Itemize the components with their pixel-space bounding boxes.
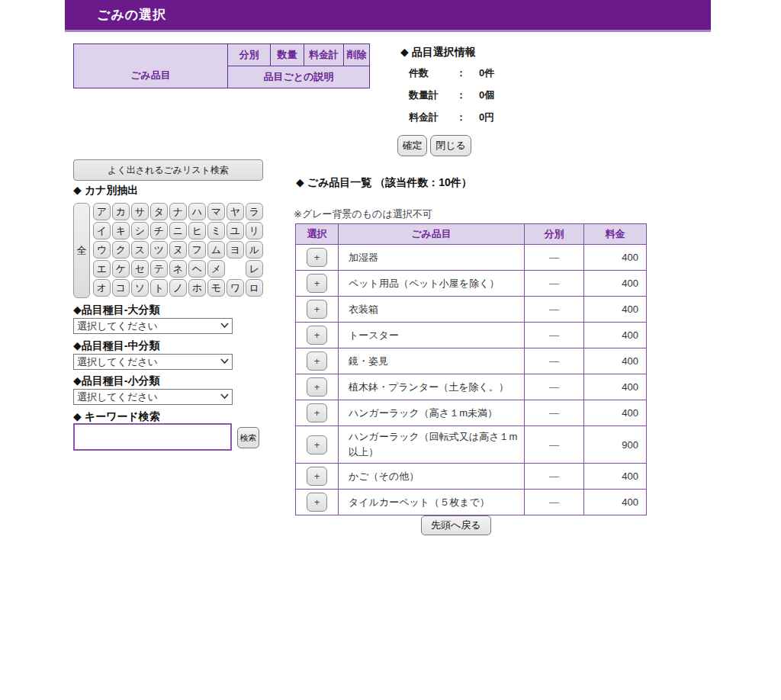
- add-item-button[interactable]: +: [307, 274, 327, 293]
- category-middle-select[interactable]: 選択してください: [73, 354, 233, 370]
- separator: ：: [456, 66, 479, 80]
- select-cell: +: [296, 374, 339, 400]
- kana-key[interactable]: シ: [131, 222, 149, 239]
- category-large-heading: ◆品目種目-大分類: [73, 303, 159, 317]
- item-separation: ―: [525, 297, 584, 323]
- item-fee: 400: [584, 464, 647, 490]
- item-name: 鏡・姿見: [339, 348, 525, 374]
- kana-key[interactable]: ウ: [93, 241, 111, 258]
- kana-row: ア カ サ タ ナ ハ マ ヤ ラ: [92, 203, 263, 222]
- separator: ：: [456, 111, 479, 124]
- back-to-top-button[interactable]: 先頭へ戻る: [421, 515, 491, 535]
- item-fee: 400: [584, 400, 647, 426]
- selected-items-item-header: ごみ品目: [74, 44, 228, 88]
- add-item-button[interactable]: +: [307, 300, 327, 319]
- kana-key[interactable]: タ: [150, 203, 168, 220]
- kana-key[interactable]: オ: [93, 279, 111, 297]
- add-item-button[interactable]: +: [307, 352, 327, 371]
- item-name: 植木鉢・プランター（土を除く。）: [339, 374, 525, 400]
- kana-key[interactable]: ハ: [188, 203, 206, 220]
- category-large-select[interactable]: 選択してください: [73, 318, 233, 334]
- confirm-button[interactable]: 確定: [397, 135, 427, 156]
- search-button[interactable]: 検索: [237, 427, 259, 448]
- item-fee: 400: [584, 490, 647, 515]
- add-item-button[interactable]: +: [307, 326, 327, 345]
- kana-key[interactable]: モ: [207, 279, 225, 297]
- kana-row: イ キ シ チ ニ ヒ ミ ユ リ: [92, 222, 263, 241]
- category-small-select[interactable]: 選択してください: [73, 389, 233, 405]
- kana-key[interactable]: ヘ: [188, 260, 206, 278]
- table-row: + ハンガーラック（回転式又は高さ１m以上） ― 900: [296, 426, 647, 464]
- selected-items-col-delete: 削除: [344, 44, 370, 66]
- count-value: 0件: [479, 66, 494, 80]
- kana-key[interactable]: フ: [188, 241, 206, 258]
- kana-key[interactable]: ノ: [169, 279, 187, 297]
- kana-key[interactable]: イ: [93, 222, 111, 239]
- kana-key[interactable]: ラ: [246, 203, 263, 220]
- keyword-search-input[interactable]: [73, 423, 232, 451]
- selected-items-col-fee-total: 料金計: [304, 44, 344, 66]
- selected-items-table: ごみ品目 分別 数量 料金計 削除 品目ごとの説明: [73, 43, 370, 88]
- kana-key[interactable]: ユ: [227, 222, 244, 239]
- kana-key[interactable]: マ: [207, 203, 225, 220]
- close-button[interactable]: 閉じる: [430, 135, 471, 156]
- kana-key[interactable]: カ: [112, 203, 130, 220]
- kana-row: ウ ク ス ツ ヌ フ ム ヨ ル: [92, 241, 263, 260]
- add-item-button[interactable]: +: [307, 403, 327, 422]
- kana-key[interactable]: ナ: [169, 203, 187, 220]
- selection-info-count-row: 件数 ： 0件: [409, 62, 494, 84]
- kana-key[interactable]: ス: [131, 241, 149, 258]
- selection-info-heading: ◆ 品目選択情報: [400, 46, 476, 59]
- fee-label: 料金計: [409, 111, 456, 124]
- kana-key[interactable]: ル: [246, 241, 263, 258]
- add-item-button[interactable]: +: [307, 435, 327, 454]
- table-row: + 加湿器 ― 400: [296, 245, 647, 271]
- kana-key[interactable]: ヌ: [169, 241, 187, 258]
- item-name: ハンガーラック（回転式又は高さ１m以上）: [339, 426, 525, 464]
- item-separation: ―: [525, 400, 584, 426]
- kana-key[interactable]: サ: [131, 203, 149, 220]
- kana-key-all[interactable]: 全: [73, 203, 90, 298]
- kana-key[interactable]: ヨ: [227, 241, 244, 258]
- add-item-button[interactable]: +: [307, 377, 327, 397]
- kana-key[interactable]: チ: [150, 222, 168, 239]
- add-item-button[interactable]: +: [307, 493, 327, 512]
- kana-key[interactable]: ソ: [131, 279, 149, 297]
- kana-key[interactable]: ワ: [227, 279, 244, 297]
- kana-key[interactable]: ト: [150, 279, 168, 297]
- kana-key[interactable]: ネ: [169, 260, 187, 278]
- add-item-button[interactable]: +: [307, 467, 327, 486]
- kana-key[interactable]: ム: [207, 241, 225, 258]
- table-row: + タイルカーペット（５枚まで） ― 400: [296, 490, 647, 515]
- kana-key[interactable]: ヤ: [227, 203, 244, 220]
- add-item-button[interactable]: +: [307, 248, 327, 267]
- kana-key[interactable]: キ: [112, 222, 130, 239]
- page: ごみの選択 ごみ品目 分別 数量 料金計 削除 品目ごとの説明 ◆ 品目選択情報…: [0, 0, 781, 700]
- common-garbage-list-search-button[interactable]: よく出されるごみリスト検索: [73, 159, 263, 181]
- kana-key[interactable]: ク: [112, 241, 130, 258]
- kana-key[interactable]: メ: [207, 260, 225, 278]
- quantity-value: 0個: [479, 88, 494, 102]
- item-name: 衣装箱: [339, 297, 525, 323]
- item-fee: 400: [584, 374, 647, 400]
- category-large-select-wrap: 選択してください: [73, 318, 233, 334]
- kana-key[interactable]: リ: [246, 222, 263, 239]
- kana-key[interactable]: ミ: [207, 222, 225, 239]
- kana-key[interactable]: ツ: [150, 241, 168, 258]
- kana-key[interactable]: ヒ: [188, 222, 206, 239]
- kana-keyboard: 全 ア カ サ タ ナ ハ マ ヤ ラ イ キ シ チ ニ ヒ ミ ユ: [73, 203, 264, 298]
- select-cell: +: [296, 245, 339, 271]
- kana-key[interactable]: ロ: [246, 279, 263, 297]
- kana-key[interactable]: エ: [93, 260, 111, 278]
- kana-key[interactable]: レ: [246, 260, 263, 278]
- kana-key[interactable]: ニ: [169, 222, 187, 239]
- kana-key[interactable]: ケ: [112, 260, 130, 278]
- item-separation: ―: [525, 426, 584, 464]
- kana-key[interactable]: ア: [93, 203, 111, 220]
- selection-info: 件数 ： 0件 数量計 ： 0個 料金計 ： 0円: [409, 62, 494, 128]
- kana-key[interactable]: コ: [112, 279, 130, 297]
- kana-key[interactable]: テ: [150, 260, 168, 278]
- kana-key[interactable]: セ: [131, 260, 149, 278]
- kana-key[interactable]: ホ: [188, 279, 206, 297]
- select-cell: +: [296, 297, 339, 323]
